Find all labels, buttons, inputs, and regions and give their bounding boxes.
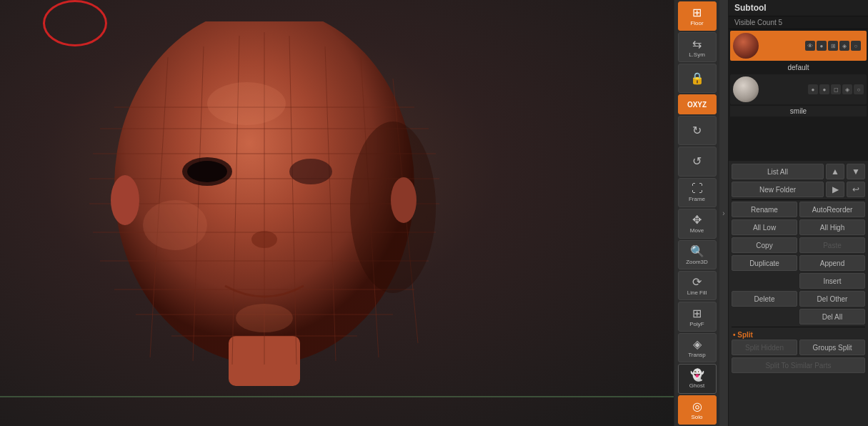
list-all-row: List All ▲ ▼ [732,164,865,179]
split-similar-button[interactable]: Split To Similar Parts [732,357,865,373]
ctrl-smile-toggle4[interactable]: ◈ [842,84,852,94]
svg-point-25 [207,82,286,125]
split-section-label: • Split [732,329,865,340]
visible-count: Visible Count 5 [729,16,868,29]
ctrl-smile-toggle2[interactable]: ● [819,84,829,94]
move-icon: ✥ [692,213,702,227]
move-button[interactable]: ✥ Move [678,209,717,238]
svg-point-23 [251,231,277,248]
frame-icon: ⛶ [692,182,703,195]
orange-active-bar [861,33,864,59]
rename-row: Rename AutoReorder [732,202,865,217]
split-similar-row: Split To Similar Parts [732,357,865,373]
duplicate-append-row: Duplicate Append [732,255,865,271]
floor-line [0,396,674,397]
rotate-main-icon: ⟳ [692,275,702,289]
duplicate-button[interactable]: Duplicate [732,255,797,271]
subtool-name-smile: smile [730,106,867,117]
subtool-item-default[interactable]: 👁 ● ⊞ ◈ ○ [730,31,867,61]
ctrl-smile-toggle1[interactable]: ● [808,84,818,94]
subtool-item-smile[interactable]: ● ● ◻ ◈ ○ [730,74,867,104]
svg-point-26 [143,200,207,250]
insert-button[interactable]: Insert [799,273,865,289]
subtool-list: 👁 ● ⊞ ◈ ○ default ● ● ◻ ◈ ○ smile [729,29,868,161]
viewport[interactable] [0,0,674,426]
actions-area: List All ▲ ▼ New Folder ▶ ↩ Rename AutoR… [729,161,868,426]
copy-paste-row: Copy Paste [732,237,865,253]
subtool-header: Subtool [729,0,868,16]
ctrl-solid-icon[interactable]: ● [817,41,827,51]
solo-button[interactable]: ◎ Solo [678,395,717,425]
ghost-icon: 👻 [690,368,704,382]
ctrl-lock-icon[interactable]: ◈ [839,41,849,51]
all-high-button[interactable]: All High [799,219,865,235]
del-all-row: Del All [732,309,865,325]
rotate1-button[interactable]: ↻ [678,116,717,145]
new-folder-right-arrow[interactable]: ▶ [826,182,844,197]
list-all-down-arrow[interactable]: ▼ [847,164,865,179]
all-low-high-row: All Low All High [732,219,865,235]
sep1 [732,199,865,200]
rotate2-button[interactable]: ↺ [678,147,717,176]
auto-reorder-button[interactable]: AutoReorder [799,202,865,217]
ctrl-eye-icon[interactable]: 👁 [805,41,815,51]
svg-point-21 [187,161,227,182]
rename-button[interactable]: Rename [732,202,797,217]
all-low-button[interactable]: All Low [732,219,797,235]
new-folder-row: New Folder ▶ ↩ [732,182,865,197]
copy-button[interactable]: Copy [732,237,797,253]
delete-button[interactable]: Delete [732,291,797,307]
lsym-icon: ⇆ [692,37,702,51]
split-row: Split Hidden Groups Split [732,340,865,355]
transp-button[interactable]: ◈ Transp [678,333,717,362]
polyf-button[interactable]: ⊞ PolyF [678,302,717,331]
new-folder-back-arrow[interactable]: ↩ [847,182,865,197]
oxyz-button[interactable]: OXYZ [678,94,717,114]
list-all-up-arrow[interactable]: ▲ [826,164,844,179]
subtool-thumb-default [733,33,759,59]
ctrl-smile-toggle3[interactable]: ◻ [831,84,841,94]
subtool-panel: Subtool Visible Count 5 👁 ● ⊞ ◈ ○ defaul… [728,0,868,426]
subtool-empty-area [730,117,867,159]
rotate-button[interactable]: ⟳ Line Fill [678,271,717,300]
rotate2-icon: ↺ [692,154,702,168]
solo-icon: ◎ [692,400,702,413]
list-all-button[interactable]: List All [732,164,824,179]
ctrl-vis-icon[interactable]: ○ [851,41,861,51]
lsym-button[interactable]: ⇆ L.Sym [678,32,717,61]
camera-lock-button[interactable]: 🔒 [678,64,717,93]
subtool-controls-smile: ● ● ◻ ◈ ○ [808,84,864,94]
toolbar-collapse-chevron[interactable]: › [719,0,728,426]
right-toolbar: ⊞ Floor ⇆ L.Sym 🔒 OXYZ ↻ ↺ ⛶ Frame ✥ Mov… [674,0,719,426]
insert-row: Insert [732,273,865,289]
del-all-button[interactable]: Del All [799,309,865,325]
ghost-button[interactable]: 👻 Ghost [678,364,717,393]
ctrl-smile-vis[interactable]: ○ [854,84,864,94]
sep2 [732,327,865,327]
zoom3d-button[interactable]: 🔍 Zoom3D [678,240,717,269]
transp-icon: ◈ [693,337,702,351]
svg-point-24 [236,304,293,332]
del-other-button[interactable]: Del Other [799,291,865,307]
paste-button[interactable]: Paste [799,237,865,253]
groups-split-button[interactable]: Groups Split [799,340,865,355]
frame-button[interactable]: ⛶ Frame [678,178,717,207]
rotate1-icon: ↻ [692,124,702,137]
subtool-controls-default: 👁 ● ⊞ ◈ ○ [805,41,861,51]
append-button[interactable]: Append [799,255,865,271]
svg-point-29 [391,177,416,223]
camera-lock-icon: 🔒 [690,71,704,85]
new-folder-button[interactable]: New Folder [732,182,824,197]
ctrl-frame-icon[interactable]: ⊞ [828,41,838,51]
svg-point-28 [111,175,139,225]
svg-point-22 [289,159,332,184]
floor-icon: ⊞ [692,6,702,19]
subtool-name-default: default [730,62,867,73]
subtool-thumb-smile [733,76,759,102]
polyf-icon: ⊞ [692,307,702,320]
head-3d-model [43,21,514,393]
floor-button[interactable]: ⊞ Floor [678,1,717,31]
split-hidden-button[interactable]: Split Hidden [732,340,797,355]
zoom3d-icon: 🔍 [690,244,704,258]
delete-del-other-row: Delete Del Other [732,291,865,307]
